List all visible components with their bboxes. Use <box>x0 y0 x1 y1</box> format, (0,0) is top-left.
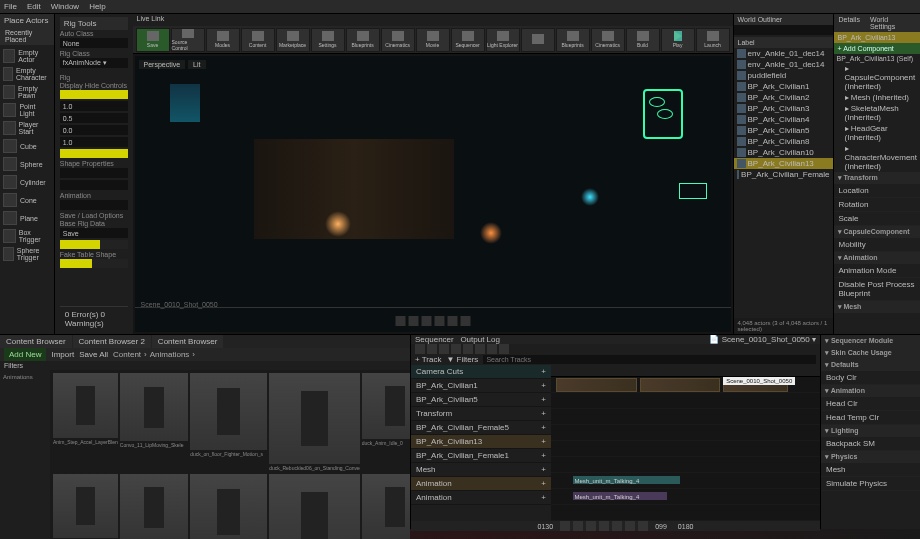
rig-anim-field[interactable] <box>60 200 128 210</box>
place-tab[interactable]: Recently Placed <box>0 27 54 45</box>
place-item[interactable]: Empty Actor <box>2 47 52 65</box>
details-category[interactable]: ▾ Transform <box>834 172 920 184</box>
seq-tool-fps[interactable] <box>487 344 497 354</box>
outliner-item[interactable]: env_Ankle_01_dec14 <box>734 59 833 70</box>
outliner-item[interactable]: BP_Ark_Civilian_Female <box>734 169 833 180</box>
seq-timeline[interactable]: Scene_0010_Shot_0050 Mesh_unit_m_Talking… <box>551 365 820 521</box>
track-add[interactable]: + <box>541 423 546 432</box>
seq-track[interactable]: Camera Cuts+ <box>411 365 551 379</box>
outliner-search[interactable] <box>734 25 833 35</box>
rig-rigclass-field[interactable]: fxAnimNode ▾ <box>60 58 128 68</box>
livelink-tab[interactable]: Live Link <box>133 14 733 26</box>
d2-category[interactable]: ▾ Defaults <box>821 359 920 371</box>
d2-category[interactable]: ▾ Physics <box>821 451 920 463</box>
outliner-item[interactable]: BP_Ark_Civilian13 <box>734 158 833 169</box>
seq-stepfwd[interactable] <box>612 521 622 531</box>
outliner-item[interactable]: BP_Ark_Civilian5 <box>734 125 833 136</box>
toolbar-content[interactable]: Content <box>241 28 275 52</box>
toolbar-source-control[interactable]: Source Control <box>171 28 205 52</box>
seq-tool-camera[interactable] <box>427 344 437 354</box>
outliner-item[interactable]: BP_Ark_Civilian8 <box>734 136 833 147</box>
rig-slider-1[interactable] <box>60 90 128 99</box>
vp-play[interactable] <box>421 316 431 326</box>
rig-autoclass-field[interactable]: None <box>60 38 128 48</box>
details-category[interactable]: ▾ Animation <box>834 252 920 264</box>
component-item[interactable]: ▸ SkeletalMesh (Inherited) <box>834 103 920 123</box>
seq-track[interactable]: BP_Ark_Civilian_Female1+ <box>411 449 551 463</box>
cb-folder[interactable]: Animations <box>3 373 47 381</box>
component-item[interactable]: ▸ CharacterMovement (Inherited) <box>834 143 920 172</box>
place-item[interactable]: Plane <box>2 209 52 227</box>
track-add[interactable]: + <box>541 409 546 418</box>
asset-item[interactable]: duck_Rebuckled06_on_Standing_Conve <box>269 373 360 472</box>
d2-row[interactable]: Backpack SM <box>821 437 920 451</box>
viewport[interactable]: Perspective Lit Scene_0010_Shot_0050 <box>135 56 731 332</box>
details-row[interactable]: Scale <box>834 212 920 226</box>
track-add[interactable]: + <box>541 493 546 502</box>
seq-track[interactable]: BP_Ark_Civilian_Female5+ <box>411 421 551 435</box>
cb-saveall[interactable]: Save All <box>79 350 108 359</box>
details-category[interactable]: ▾ Mesh <box>834 301 920 313</box>
toolbar-movie[interactable]: Movie <box>416 28 450 52</box>
menu-window[interactable]: Window <box>51 2 79 11</box>
asset-item[interactable]: duck_squat_MOB_on_Crawl_ <box>362 474 410 539</box>
seq-track[interactable]: BP_Ark_Civilian5+ <box>411 393 551 407</box>
asset-item[interactable]: duck_run_MOB7_Run_2_Loop_Mi <box>190 474 267 539</box>
d2-row[interactable]: Head Clr <box>821 397 920 411</box>
seq-track[interactable]: BP_Ark_Civilian13+ <box>411 435 551 449</box>
vp-perspective[interactable]: Perspective <box>139 60 186 69</box>
d2-row[interactable]: Mesh <box>821 463 920 477</box>
toolbar-play[interactable]: Play <box>661 28 695 52</box>
menu-help[interactable]: Help <box>89 2 105 11</box>
asset-item[interactable]: duck_on_floor_Fighter_Motion_s <box>190 373 267 472</box>
details-row[interactable]: Mobility <box>834 238 920 252</box>
add-component-btn[interactable]: + Add Component <box>834 43 920 54</box>
toolbar-blueprints[interactable]: Blueprints <box>556 28 590 52</box>
asset-item[interactable]: duck_Anim_Idle_0 <box>362 373 410 472</box>
details-row[interactable]: Disable Post Process Blueprint <box>834 278 920 301</box>
track-add[interactable]: + <box>541 367 546 376</box>
seq-revplay[interactable] <box>586 521 596 531</box>
details-category[interactable]: ▾ CapsuleComponent <box>834 226 920 238</box>
track-add[interactable]: + <box>541 465 546 474</box>
seq-filters[interactable]: ▼ Filters <box>446 355 478 364</box>
d2-category[interactable]: ▾ Sequencer Module <box>821 335 920 347</box>
track-add[interactable]: + <box>541 479 546 488</box>
toolbar-btn[interactable] <box>521 28 555 52</box>
details-row[interactable]: Location <box>834 184 920 198</box>
cb-filters[interactable]: Filters <box>0 361 410 370</box>
cb-tab[interactable]: Content Browser 2 <box>73 335 151 348</box>
outliner-item[interactable]: BP_Ark_Civilian2 <box>734 92 833 103</box>
asset-item[interactable]: duck_stand_MOB_on_Stand_ <box>269 474 360 539</box>
tl-ruler[interactable] <box>551 365 820 377</box>
track-add[interactable]: + <box>541 437 546 446</box>
menu-file[interactable]: File <box>4 2 17 11</box>
seq-toend[interactable] <box>625 521 635 531</box>
rig-f1[interactable]: 1.0 <box>60 101 128 111</box>
place-item[interactable]: Player Start <box>2 119 52 137</box>
place-item[interactable]: Point Light <box>2 101 52 119</box>
outliner-item[interactable]: puddlefield <box>734 70 833 81</box>
seq-tool-save[interactable] <box>415 344 425 354</box>
cb-breadcrumb[interactable]: Content›Animations› <box>113 350 195 359</box>
cb-addnew[interactable]: Add New <box>4 348 46 361</box>
seq-tool-range[interactable] <box>499 344 509 354</box>
toolbar-light-explorer[interactable]: Light Explorer <box>486 28 520 52</box>
toolbar-sequencer[interactable]: Sequencer <box>451 28 485 52</box>
seq-track[interactable]: BP_Ark_Civilian1+ <box>411 379 551 393</box>
seq-play[interactable] <box>599 521 609 531</box>
asset-item[interactable]: Convo_11_LipMoving_Skele <box>120 373 188 472</box>
place-item[interactable]: Cube <box>2 137 52 155</box>
seq-tofront[interactable] <box>560 521 570 531</box>
track-add[interactable]: + <box>541 451 546 460</box>
seq-loop[interactable] <box>638 521 648 531</box>
seq-tool-render[interactable] <box>439 344 449 354</box>
rig-f2[interactable]: 0.5 <box>60 113 128 123</box>
place-item[interactable]: Empty Pawn <box>2 83 52 101</box>
vp-first[interactable] <box>395 316 405 326</box>
seq-tab[interactable]: Sequencer <box>415 335 454 344</box>
toolbar-launch[interactable]: Launch <box>696 28 730 52</box>
rig-shape-field2[interactable] <box>60 180 128 190</box>
vp-lit[interactable]: Lit <box>188 60 205 69</box>
menu-edit[interactable]: Edit <box>27 2 41 11</box>
